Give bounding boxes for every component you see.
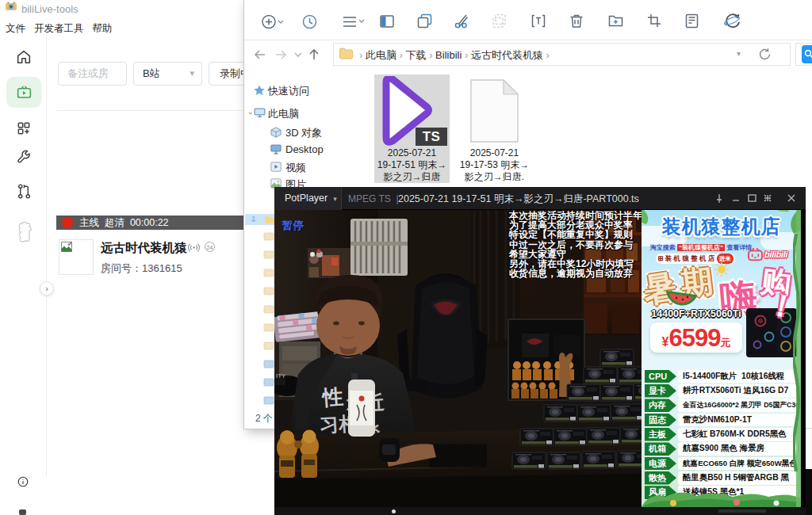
svg-text:ITY: ITY xyxy=(276,372,286,380)
svg-text:性: 性 xyxy=(320,384,344,410)
